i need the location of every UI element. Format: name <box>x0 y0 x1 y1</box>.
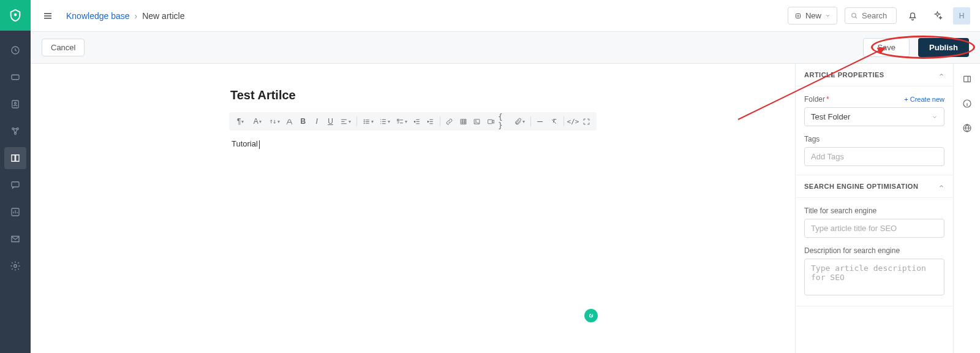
svg-point-5 <box>12 128 14 130</box>
search-icon <box>850 12 858 20</box>
svg-point-13 <box>364 120 364 120</box>
paragraph-format-icon[interactable]: ¶▾ <box>233 115 248 128</box>
svg-point-0 <box>14 13 17 17</box>
code-view-icon[interactable]: </> <box>567 115 579 128</box>
svg-point-4 <box>15 102 17 104</box>
grammarly-badge-icon[interactable] <box>584 309 598 322</box>
new-button-label: New <box>805 11 821 20</box>
svg-point-6 <box>17 128 18 130</box>
link-icon[interactable] <box>443 115 456 128</box>
panel-toggle-icon[interactable] <box>960 72 974 86</box>
editor-body[interactable]: Tutorial <box>229 139 597 149</box>
clear-format-icon[interactable] <box>548 115 560 128</box>
ordered-list-icon[interactable]: ▾ <box>377 115 392 128</box>
chevron-down-icon <box>932 114 938 120</box>
nav-tickets-icon[interactable] <box>4 66 26 88</box>
editor-area: Test Artilce ¶▾ A▾ ▾ B I U ▾ ▾ ▾ ▾ <box>31 64 795 353</box>
nav-mail-icon[interactable] <box>4 228 26 250</box>
right-utility-rail <box>953 64 980 353</box>
breadcrumb-current: New article <box>142 11 184 21</box>
svg-point-7 <box>15 132 17 134</box>
svg-point-15 <box>364 123 364 123</box>
nav-automation-icon[interactable] <box>4 120 26 142</box>
font-size-icon[interactable]: ▾ <box>266 115 282 128</box>
fullscreen-icon[interactable] <box>581 115 593 128</box>
seo-desc-input[interactable] <box>804 259 944 295</box>
font-family-icon[interactable]: A▾ <box>249 115 265 128</box>
seo-desc-label: Description for search engine <box>804 246 944 255</box>
left-nav-rail <box>0 0 31 353</box>
italic-icon[interactable]: I <box>311 115 323 128</box>
svg-rect-17 <box>461 119 466 124</box>
folder-select-value: Test Folder <box>811 112 850 121</box>
article-properties-title: ARTICLE PROPERTIES <box>804 71 884 78</box>
action-bar: Cancel Save Publish <box>31 32 980 64</box>
seo-section-header[interactable]: SEARCH ENGINE OPTIMISATION <box>796 175 953 198</box>
svg-point-19 <box>475 120 477 121</box>
top-header: Knowledge base › New article New <box>31 0 980 32</box>
chevron-up-icon <box>938 72 944 78</box>
align-icon[interactable]: ▾ <box>338 115 353 128</box>
info-icon[interactable] <box>960 97 974 110</box>
hamburger-icon[interactable] <box>40 9 55 23</box>
nav-contacts-icon[interactable] <box>4 93 26 115</box>
cancel-button[interactable]: Cancel <box>42 39 85 56</box>
folder-field-label: Folder* <box>804 95 829 104</box>
user-avatar[interactable]: H <box>953 7 970 25</box>
indent-icon[interactable] <box>424 115 437 128</box>
article-properties-header[interactable]: ARTICLE PROPERTIES <box>796 64 953 86</box>
notification-bell-icon[interactable] <box>904 7 921 25</box>
article-title-input[interactable]: Test Artilce <box>229 88 597 102</box>
table-icon[interactable] <box>457 115 469 128</box>
nav-knowledgebase-icon[interactable] <box>4 147 26 169</box>
seo-title-label: Title for search engine <box>804 207 944 215</box>
app-logo[interactable] <box>0 0 31 31</box>
editor-text: Tutorial <box>232 139 258 148</box>
breadcrumb: Knowledge base › New article <box>66 11 184 21</box>
tags-input[interactable] <box>804 147 944 166</box>
search-box[interactable] <box>845 7 897 24</box>
outdent-icon[interactable] <box>410 115 423 128</box>
seo-title-input[interactable] <box>804 219 944 238</box>
save-button[interactable]: Save <box>863 38 910 57</box>
svg-rect-2 <box>12 75 19 80</box>
svg-rect-20 <box>488 120 492 124</box>
svg-rect-16 <box>397 119 399 121</box>
breadcrumb-separator: › <box>135 11 138 21</box>
globe-icon[interactable] <box>960 121 974 135</box>
image-icon[interactable] <box>471 115 483 128</box>
unordered-list-icon[interactable]: ▾ <box>360 115 375 128</box>
svg-rect-8 <box>12 182 19 187</box>
sparkle-icon[interactable] <box>929 7 946 25</box>
text-color-icon[interactable] <box>283 115 295 128</box>
code-block-icon[interactable]: { } <box>498 115 510 128</box>
nav-chat-icon[interactable] <box>4 174 26 196</box>
attachment-icon[interactable]: ▾ <box>512 115 527 128</box>
search-input[interactable] <box>862 11 891 20</box>
seo-section-title: SEARCH ENGINE OPTIMISATION <box>804 183 918 190</box>
bold-icon[interactable]: B <box>297 115 309 128</box>
horizontal-rule-icon[interactable] <box>534 115 546 128</box>
nav-settings-icon[interactable] <box>4 255 26 277</box>
properties-panel: ARTICLE PROPERTIES Folder* + Create new … <box>795 64 953 353</box>
editor-toolbar: ¶▾ A▾ ▾ B I U ▾ ▾ ▾ ▾ <box>229 112 597 131</box>
create-new-folder-link[interactable]: + Create new <box>904 96 944 103</box>
tags-field-label: Tags <box>804 135 944 143</box>
video-icon[interactable] <box>484 115 497 128</box>
checklist-icon[interactable]: ▾ <box>394 115 409 128</box>
chevron-up-icon <box>938 183 944 189</box>
new-button[interactable]: New <box>788 7 837 25</box>
publish-button[interactable]: Publish <box>918 38 969 57</box>
nav-dashboard-icon[interactable] <box>4 39 26 61</box>
svg-point-12 <box>852 13 856 17</box>
underline-icon[interactable]: U <box>324 115 336 128</box>
svg-rect-21 <box>963 76 970 82</box>
nav-reports-icon[interactable] <box>4 201 26 223</box>
svg-point-14 <box>364 121 364 121</box>
breadcrumb-root-link[interactable]: Knowledge base <box>66 11 130 21</box>
svg-point-10 <box>14 265 17 268</box>
folder-select[interactable]: Test Folder <box>804 107 944 126</box>
